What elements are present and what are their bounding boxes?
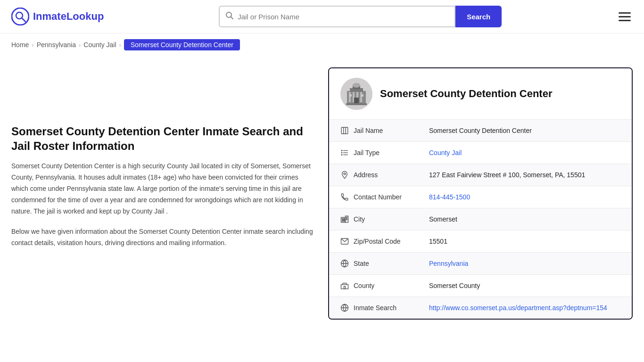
row-value: Somerset (429, 215, 620, 223)
search-button[interactable]: Search (455, 6, 502, 27)
svg-point-27 (344, 173, 346, 175)
svg-point-25 (341, 152, 342, 153)
list-icon (340, 148, 354, 157)
description-2: Below we have given information about th… (11, 226, 313, 249)
breadcrumb-county-jail[interactable]: County Jail (83, 41, 116, 49)
table-row: Jail NameSomerset County Detention Cente… (329, 119, 632, 141)
breadcrumb-home[interactable]: Home (11, 41, 29, 49)
breadcrumb-current: Somerset County Detention Center (124, 39, 240, 50)
row-value[interactable]: 814-445-1500 (429, 193, 620, 201)
search-globe-icon (340, 304, 354, 312)
facility-icon (340, 78, 372, 110)
logo-icon (11, 8, 29, 25)
table-row: Contact Number814-445-1500 (329, 186, 632, 208)
breadcrumb-sep-3: › (119, 41, 121, 49)
svg-rect-34 (347, 217, 347, 218)
row-label: Inmate Search (354, 304, 429, 312)
search-area: Search (219, 6, 502, 27)
table-row: Zip/Postal Code15501 (329, 230, 632, 252)
table-row: CitySomerset (329, 208, 632, 230)
svg-rect-18 (341, 127, 348, 134)
breadcrumb-sep-2: › (79, 41, 81, 49)
row-label: County (354, 282, 429, 289)
logo[interactable]: InmateLookup (11, 8, 104, 25)
card-title: Somerset County Detention Center (380, 88, 553, 100)
row-value: 15501 (429, 238, 620, 245)
svg-rect-39 (341, 285, 348, 289)
site-header: InmateLookup Search (0, 0, 644, 33)
table-row: CountySomerset County (329, 274, 632, 296)
hamburger-menu-button[interactable] (617, 10, 633, 23)
svg-point-26 (341, 155, 342, 156)
table-row: Address127 East Fairview Street # 100, S… (329, 164, 632, 186)
mail-icon (340, 237, 354, 246)
svg-rect-14 (354, 98, 359, 103)
facility-image (340, 78, 372, 110)
search-input[interactable] (238, 13, 449, 21)
table-row: StatePennsylvania (329, 252, 632, 274)
svg-point-24 (341, 150, 342, 151)
city-icon (340, 215, 354, 223)
breadcrumb-sep-1: › (32, 41, 33, 49)
svg-rect-35 (347, 219, 347, 220)
logo-text: InmateLookup (33, 10, 104, 23)
row-label: State (354, 260, 429, 267)
svg-rect-31 (342, 220, 343, 221)
row-label: Contact Number (354, 193, 429, 201)
description-1: Somerset County Detention Center is a hi… (11, 161, 313, 217)
breadcrumb: Home › Pennsylvania › County Jail › Some… (0, 33, 644, 56)
breadcrumb-pennsylvania[interactable]: Pennsylvania (37, 41, 76, 49)
jail-icon (340, 126, 354, 135)
row-label: Zip/Postal Code (354, 238, 429, 245)
svg-rect-30 (342, 219, 343, 220)
row-value: Somerset County Detention Center (429, 127, 620, 134)
row-label: City (354, 215, 429, 223)
svg-rect-32 (344, 219, 345, 220)
row-label: Jail Name (354, 127, 429, 134)
card-rows-container: Jail NameSomerset County Detention Cente… (329, 119, 632, 319)
table-row: Inmate Searchhttp://www.co.somerset.pa.u… (329, 296, 632, 319)
county-icon (340, 281, 354, 290)
menu-line-3 (619, 20, 631, 21)
svg-point-9 (353, 83, 360, 88)
info-card: Somerset County Detention Center Jail Na… (328, 67, 633, 320)
card-header: Somerset County Detention Center (329, 68, 632, 119)
table-row: Jail TypeCounty Jail (329, 141, 632, 164)
row-value: Somerset County (429, 282, 620, 289)
menu-line-1 (619, 12, 631, 14)
svg-point-0 (12, 8, 29, 25)
main-content: Somerset County Detention Center Inmate … (0, 56, 644, 338)
row-value[interactable]: County Jail (429, 149, 620, 156)
svg-rect-16 (361, 94, 363, 97)
row-label: Jail Type (354, 149, 429, 156)
svg-line-2 (22, 18, 25, 22)
page-title: Somerset County Detention Center Inmate … (11, 124, 313, 153)
svg-rect-13 (360, 92, 362, 102)
location-icon (340, 171, 354, 179)
svg-rect-10 (349, 92, 351, 102)
svg-rect-40 (344, 287, 346, 289)
left-column: Somerset County Detention Center Inmate … (11, 67, 313, 320)
svg-rect-15 (349, 94, 352, 97)
globe-icon (340, 259, 354, 268)
row-value[interactable]: Pennsylvania (429, 260, 620, 267)
search-input-wrapper (219, 6, 455, 27)
svg-rect-17 (346, 103, 367, 105)
svg-line-4 (231, 16, 233, 19)
svg-rect-33 (344, 220, 345, 221)
row-value[interactable]: http://www.co.somerset.pa.us/department.… (429, 304, 620, 312)
right-column: Somerset County Detention Center Jail Na… (328, 67, 633, 320)
phone-icon (340, 193, 354, 201)
row-value: 127 East Fairview Street # 100, Somerset… (429, 171, 620, 179)
search-icon (225, 11, 234, 22)
menu-line-2 (619, 16, 631, 17)
row-label: Address (354, 171, 429, 179)
